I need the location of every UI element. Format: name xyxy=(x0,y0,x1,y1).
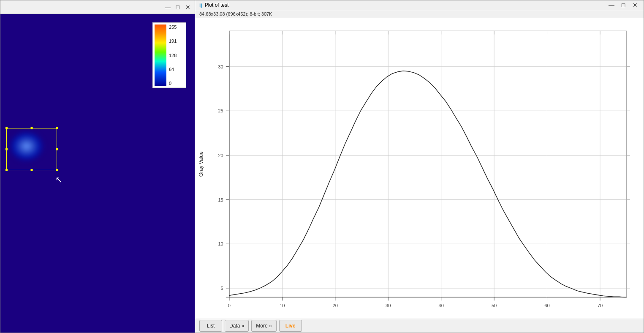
plot-toolbar: List Data » More » Live xyxy=(195,319,644,333)
handle-bottomcenter[interactable] xyxy=(31,169,33,171)
x-tick-10: 10 xyxy=(280,303,285,308)
y-tick-10: 10 xyxy=(218,241,223,246)
handle-topright[interactable] xyxy=(56,127,58,129)
maximize-button[interactable]: □ xyxy=(174,3,182,11)
legend-val-128: 128 xyxy=(169,53,177,58)
close-button[interactable]: ✕ xyxy=(184,3,192,11)
color-legend: 255 191 128 64 0 xyxy=(152,22,186,88)
plot-info-bar: 84.68x33.08 (696x452); 8-bit; 307K xyxy=(195,10,644,18)
y-tick-15: 15 xyxy=(218,197,223,202)
list-button[interactable]: List xyxy=(199,320,222,332)
x-tick-60: 60 xyxy=(544,303,549,308)
plot-title: Plot of test xyxy=(205,2,606,8)
plot-info-text: 84.68x33.08 (696x452); 8-bit; 307K xyxy=(199,11,272,16)
handle-topcenter[interactable] xyxy=(31,127,33,129)
x-tick-40: 40 xyxy=(438,303,443,308)
y-tick-30: 30 xyxy=(218,64,223,69)
y-axis-label: Gray Value xyxy=(198,151,204,177)
image-window: — □ ✕ 255 191 128 64 0 xyxy=(0,0,195,333)
x-tick-20: 20 xyxy=(333,303,338,308)
handle-bottomright[interactable] xyxy=(56,169,58,171)
x-tick-50: 50 xyxy=(492,303,497,308)
plot-close-button[interactable]: ✕ xyxy=(631,1,639,9)
plot-window: ij Plot of test — □ ✕ 84.68x33.08 (696x4… xyxy=(195,0,644,333)
y-tick-25: 25 xyxy=(218,108,223,113)
handle-topleft[interactable] xyxy=(5,127,8,129)
legend-val-191: 191 xyxy=(169,38,177,44)
plot-title-icon: ij xyxy=(199,2,202,8)
live-button[interactable]: Live xyxy=(279,320,302,332)
handle-midright[interactable] xyxy=(56,148,58,150)
gaussian-blob xyxy=(10,131,43,161)
x-tick-30: 30 xyxy=(386,303,391,308)
minimize-button[interactable]: — xyxy=(163,3,172,11)
x-tick-0: 0 xyxy=(228,303,231,308)
plot-maximize-button[interactable]: □ xyxy=(619,1,628,9)
plot-minimize-button[interactable]: — xyxy=(607,1,616,9)
data-button[interactable]: Data » xyxy=(225,320,249,332)
handle-bottomleft[interactable] xyxy=(5,169,8,171)
y-tick-5: 5 xyxy=(221,286,223,291)
legend-val-0: 0 xyxy=(169,81,177,86)
plot-area: 0 10 20 30 40 50 60 70 5 10 15 20 25 30 … xyxy=(195,18,644,319)
more-button[interactable]: More » xyxy=(251,320,276,332)
plot-titlebar-buttons: — □ ✕ xyxy=(606,1,639,9)
plot-titlebar: ij Plot of test — □ ✕ xyxy=(195,0,644,10)
handle-midleft[interactable] xyxy=(5,148,8,150)
image-titlebar: — □ ✕ xyxy=(0,0,195,14)
legend-val-255: 255 xyxy=(169,25,177,30)
cursor-arrow: ↖ xyxy=(55,175,62,185)
y-tick-20: 20 xyxy=(218,153,223,158)
x-tick-70: 70 xyxy=(598,303,603,308)
plot-chart: 0 10 20 30 40 50 60 70 5 10 15 20 25 30 … xyxy=(195,22,639,314)
image-canvas[interactable]: 255 191 128 64 0 ↖ xyxy=(0,14,195,333)
legend-val-64: 64 xyxy=(169,67,177,72)
svg-rect-1 xyxy=(229,31,627,297)
